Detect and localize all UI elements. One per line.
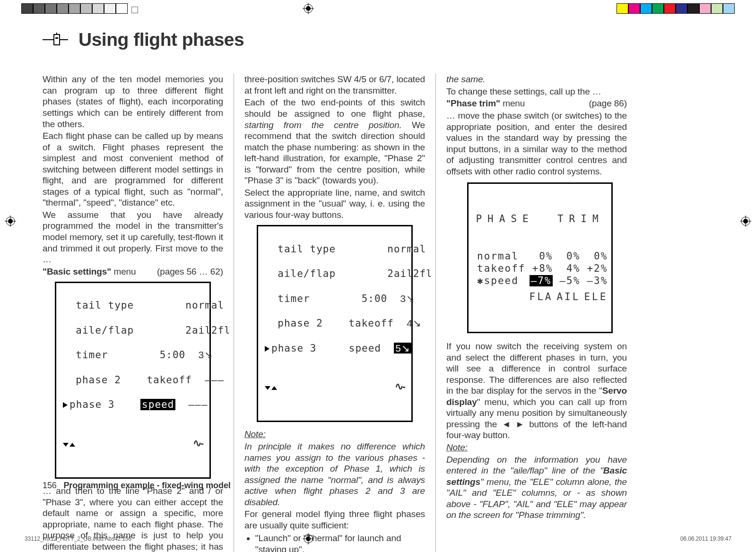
cursor-icon — [265, 346, 269, 352]
col2-p4: For general model flying three flight ph… — [244, 509, 425, 531]
trim-title: PHASE TRIM — [475, 213, 605, 225]
down-arrow-icon — [63, 443, 69, 447]
basic-settings-label: "Basic settings" — [43, 267, 111, 276]
col3-note-body: Depending on the information you have en… — [446, 454, 627, 521]
svg-rect-17 — [54, 34, 60, 45]
col3-p3: If you now switch the receiving system o… — [446, 341, 627, 441]
registration-mark-right — [740, 216, 751, 227]
lcd-phase-trim: PHASE TRIM normal 0% 0% 0% takeoff +8% 4… — [467, 182, 613, 333]
column-2: three-position switches SW 4/5 or 6/7, l… — [234, 74, 425, 552]
col1-p3: We assume that you have already programm… — [43, 209, 223, 265]
basic-settings-menu-line: "Basic settings" menu (pages 56 … 62) — [43, 266, 223, 277]
trim-table: normal 0% 0% 0% takeoff +8% 4% +2% ✱spee… — [475, 250, 609, 303]
print-footer: 33112_mx12_HoTT_2_GB.indd Abs42:156 06.0… — [25, 535, 731, 543]
column-3: the same. To change these settings, call… — [435, 74, 627, 552]
section-name: Programming example - fixed-wing model — [63, 481, 230, 490]
cursor-icon — [63, 402, 68, 408]
col3-p1: To change these settings, call up the … — [446, 86, 627, 97]
col3-note-label: Note: — [446, 442, 627, 453]
col1-p1: Within any of the ten model memories you… — [43, 74, 223, 129]
title-icon — [43, 33, 68, 47]
basic-settings-suffix: menu — [111, 267, 136, 276]
col3-p0: the same. — [446, 74, 627, 85]
up-arrow-icon — [70, 443, 75, 447]
squiggle-icon: ∿- — [193, 437, 203, 450]
table-row: takeoff +8% 4% +2% — [475, 262, 609, 275]
squiggle-icon: ∿- — [395, 380, 405, 393]
asterisk-icon: ✱ — [477, 275, 484, 286]
page-title: Using flight phases — [78, 28, 244, 51]
down-arrow-icon — [265, 386, 270, 390]
svg-rect-19 — [55, 37, 58, 39]
phase-trim-menu-line: "Phase trim" menu (page 86) — [446, 98, 627, 109]
col2-p3: Select the appropriate line, name, and s… — [244, 187, 425, 221]
phase-trim-label: "Phase trim" — [446, 98, 500, 108]
col1-p2: Each flight phase can be called up by me… — [43, 130, 223, 208]
registration-mark-left — [5, 216, 16, 227]
page-title-row: Using flight phases — [43, 28, 605, 51]
phase-trim-pages: (page 86) — [589, 98, 627, 109]
page-footer: 156 Programming example - fixed-wing mod… — [43, 480, 231, 491]
table-row: ✱speed –7% –5% –3% — [475, 275, 609, 287]
color-bar — [617, 3, 735, 14]
print-timestamp: 06.06.2011 19:39:47 — [680, 535, 731, 543]
crop-square — [131, 7, 138, 13]
lcd-basic-settings-2: tail type normal aile/flap 2ail2fl timer… — [257, 225, 413, 422]
col2-note-label: Note: — [244, 429, 425, 440]
col2-p2: Each of the two end-points of this switc… — [244, 97, 425, 186]
lcd-basic-settings-1: tail type normal aile/flap 2ail2fl timer… — [55, 282, 211, 479]
up-arrow-icon — [271, 386, 277, 390]
trim-footer-row: FLA AIL ELE — [475, 287, 609, 303]
col3-p2: … move the phase switch (or switches) to… — [446, 110, 627, 177]
gray-ramp — [21, 3, 128, 14]
table-row: normal 0% 0% 0% — [475, 250, 609, 262]
basic-settings-pages: (pages 56 … 62) — [157, 266, 223, 277]
registration-mark-top — [303, 3, 314, 14]
col2-note-body: In principle it makes no difference whic… — [244, 441, 425, 508]
indd-file: 33112_mx12_HoTT_2_GB.indd Abs42:156 — [25, 535, 131, 543]
phase-trim-suffix: menu — [500, 98, 525, 108]
page-number: 156 — [43, 481, 57, 490]
col2-p1: three-position switches SW 4/5 or 6/7, l… — [244, 74, 425, 96]
